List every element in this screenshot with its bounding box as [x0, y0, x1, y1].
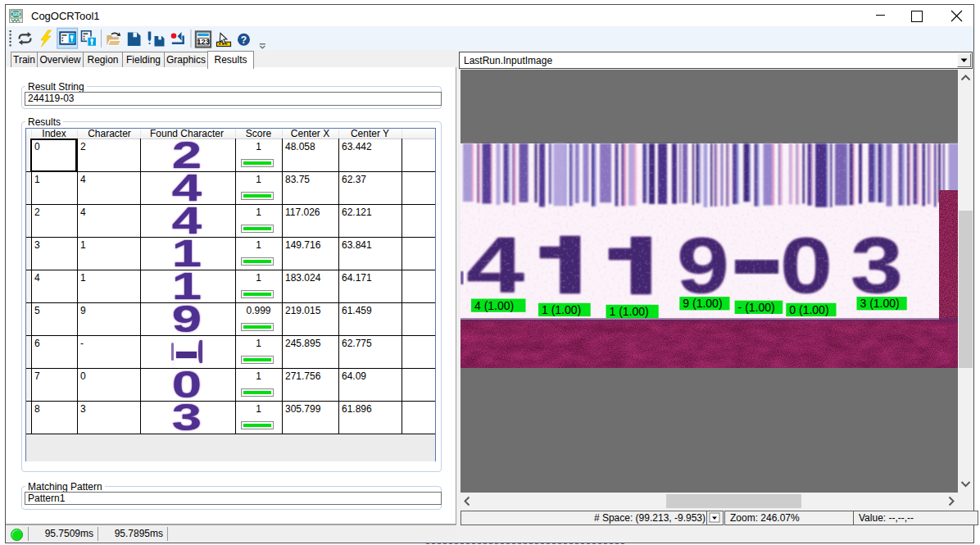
- svg-text:123: 123: [197, 37, 210, 46]
- svg-text:0 (1.00): 0 (1.00): [789, 303, 828, 316]
- svg-text:3 (1.00): 3 (1.00): [860, 297, 900, 310]
- svg-text:123: 123: [12, 11, 20, 16]
- svg-text:?: ?: [241, 34, 247, 46]
- svg-text:9 (1.00): 9 (1.00): [683, 297, 722, 310]
- svg-text:1 (1.00): 1 (1.00): [610, 305, 649, 318]
- svg-text:- (1.00): - (1.00): [738, 301, 775, 314]
- svg-text:4 (1.00): 4 (1.00): [474, 299, 514, 312]
- svg-text:1 (1.00): 1 (1.00): [542, 303, 581, 316]
